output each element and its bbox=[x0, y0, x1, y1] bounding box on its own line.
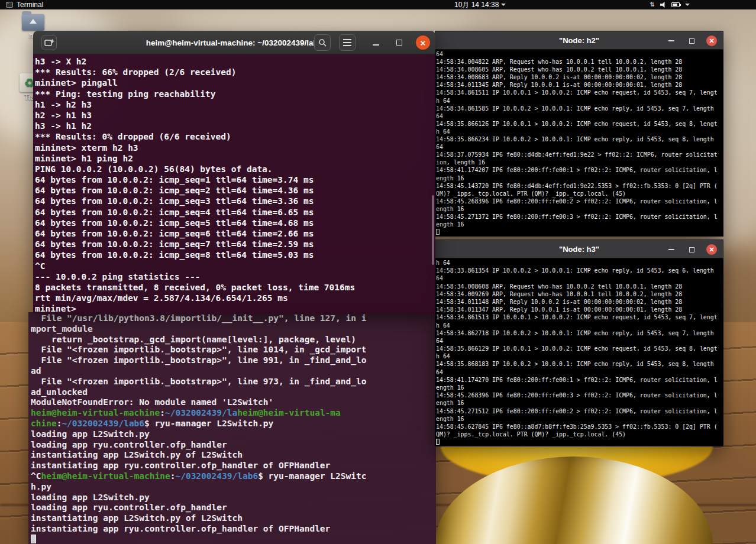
terminal-line: 64 bytes from 10.0.0.2: icmp_seq=6 ttl=6… bbox=[35, 228, 433, 239]
scrollbar-thumb[interactable] bbox=[432, 195, 434, 265]
cursor-block bbox=[436, 229, 440, 235]
terminal-line: *** Results: 0% dropped (6/6 received) bbox=[35, 131, 433, 142]
terminal-line: QM)? _ipps._tcp.local. PTR (QM)? _ipp._t… bbox=[436, 430, 723, 438]
topbar-clock[interactable]: 10月 14 14:38 bbox=[454, 0, 506, 9]
chevron-down-icon bbox=[685, 4, 690, 6]
terminal-line: 64 bbox=[436, 143, 723, 151]
terminal-line: loading app L2Switch.py bbox=[31, 493, 436, 503]
terminal-line: h 64 bbox=[436, 259, 723, 267]
new-tab-button[interactable] bbox=[41, 35, 57, 50]
terminal-line: ^Cheim@heim-virtual-machine:~/032002439/… bbox=[31, 471, 436, 482]
terminal-app-icon bbox=[6, 2, 13, 8]
terminal-line: h.py bbox=[31, 482, 436, 493]
terminal-line: File "<frozen importlib._bootstrap>", li… bbox=[31, 355, 436, 366]
terminal-window-background[interactable]: File "/usr/lib/python3.8/importlib/__ini… bbox=[28, 312, 436, 544]
xterm-h2-title: "Node: h2" bbox=[559, 36, 599, 45]
terminal-line: 64 bbox=[436, 112, 723, 120]
terminal-line: 64 bbox=[436, 274, 723, 282]
cursor-block bbox=[31, 535, 36, 543]
terminal-line: PING 10.0.0.2 (10.0.0.2) 56(84) bytes of… bbox=[35, 164, 433, 174]
terminal-line: h 64 bbox=[436, 128, 723, 135]
text-segment: $ ryu-manager L2Switch.py bbox=[144, 419, 273, 428]
xterm-h2-titlebar[interactable]: "Node: h2" ✕ bbox=[435, 31, 723, 50]
terminal-line: 14:58:34.011347 ARP, Reply 10.0.0.1 is-a… bbox=[436, 306, 723, 313]
terminal-line: ength 16 bbox=[436, 415, 723, 423]
maximize-icon bbox=[396, 40, 402, 46]
terminal-line: 14:58:34.008683 ARP, Reply 10.0.0.2 is-a… bbox=[436, 73, 723, 81]
terminal-line: ength 16 bbox=[436, 384, 723, 391]
home-folder-icon bbox=[22, 14, 44, 31]
terminal-back-body[interactable]: File "/usr/lib/python3.8/importlib/__ini… bbox=[31, 313, 436, 544]
topbar-app-menu[interactable]: Terminal bbox=[6, 0, 43, 9]
terminal-line: instantiating app L2Switch.py of L2Switc… bbox=[31, 513, 436, 524]
terminal-line: ^C bbox=[35, 261, 433, 271]
maximize-icon bbox=[689, 247, 694, 252]
prompt-user-segment: heim@heim-virtual-machine bbox=[31, 408, 160, 417]
text-segment: ^C bbox=[31, 471, 41, 481]
terminal-line: 14:58:34.861513 IP 10.0.0.1 > 10.0.0.2: … bbox=[436, 313, 723, 321]
close-button[interactable]: ✕ bbox=[705, 31, 718, 50]
terminal-line: ad bbox=[31, 366, 436, 377]
terminal-line: *** Ping: testing ping reachability bbox=[35, 89, 433, 99]
terminal-line: return _bootstrap._gcd_import(name[level… bbox=[31, 335, 436, 345]
prompt-user-segment: chine bbox=[31, 419, 57, 428]
terminal-line: h1 -> h2 h3 bbox=[35, 99, 433, 110]
close-icon: × bbox=[421, 38, 426, 47]
terminal-line: 14:58:34.861511 IP 10.0.0.1 > 10.0.0.2: … bbox=[436, 89, 723, 96]
terminal-line: 14:58:35.866234 IP 10.0.0.2 > 10.0.0.1: … bbox=[436, 135, 723, 143]
terminal-line: 64 bytes from 10.0.0.2: icmp_seq=2 ttl=6… bbox=[35, 185, 433, 196]
terminal-line: 64 bytes from 10.0.0.2: icmp_seq=7 ttl=6… bbox=[35, 239, 433, 250]
terminal-line: File "<frozen importlib._bootstrap>", li… bbox=[31, 377, 436, 387]
terminal-main-body[interactable]: h3 -> X h2*** Results: 66% dropped (2/6 … bbox=[33, 54, 435, 313]
minimize-icon bbox=[668, 40, 674, 41]
terminal-line: 14:58:37.075934 IP6 fe80::d4db:4eff:fed1… bbox=[436, 151, 723, 158]
maximize-button[interactable] bbox=[685, 240, 698, 259]
close-button[interactable]: ✕ bbox=[705, 240, 718, 259]
terminal-line: loading app L2Switch.py bbox=[31, 429, 436, 440]
prompt-path-segment: ~/032002439/lab6 bbox=[175, 471, 258, 481]
prompt-path-segment: ~/032002439/la bbox=[165, 408, 237, 417]
maximize-button[interactable] bbox=[685, 31, 698, 50]
terminal-line: 14:58:34.011345 ARP, Reply 10.0.0.1 is-a… bbox=[436, 81, 723, 89]
terminal-line: heim@heim-virtual-machine:~/032002439/la… bbox=[31, 408, 436, 419]
terminal-line: 64 bbox=[436, 337, 723, 345]
terminal-line: File "/usr/lib/python3.8/importlib/__ini… bbox=[31, 313, 436, 324]
prompt-user-segment: heim@heim-virtual-ma bbox=[237, 408, 341, 417]
maximize-icon bbox=[689, 38, 694, 44]
terminal-line: h 64 bbox=[436, 322, 723, 329]
xterm-h3-body[interactable]: h 6414:58:33.861354 IP 10.0.0.2 > 10.0.0… bbox=[435, 258, 723, 446]
minimize-button[interactable] bbox=[369, 35, 383, 50]
minimize-button[interactable] bbox=[665, 240, 678, 259]
terminal-line: mport_module bbox=[31, 324, 436, 335]
topbar-system-status[interactable]: ⇅ bbox=[650, 0, 690, 9]
terminal-line: 64 bytes from 10.0.0.2: icmp_seq=5 ttl=6… bbox=[35, 218, 433, 228]
terminal-line: 64 bytes from 10.0.0.2: icmp_seq=4 ttl=6… bbox=[35, 207, 433, 218]
terminal-line: ength 16 bbox=[436, 205, 723, 213]
maximize-button[interactable] bbox=[392, 35, 406, 50]
minimize-button[interactable] bbox=[665, 31, 678, 50]
close-icon: ✕ bbox=[706, 244, 717, 255]
terminal-main-titlebar[interactable]: heim@heim-virtual-machine: ~/032002439/l… bbox=[33, 31, 435, 54]
terminal-line: h 64 bbox=[436, 97, 723, 105]
terminal-line: 14:58:35.866126 IP 10.0.0.1 > 10.0.0.2: … bbox=[436, 120, 723, 128]
terminal-line: ModuleNotFoundError: No module named 'L2… bbox=[31, 397, 436, 408]
terminal-line: 64 bbox=[436, 50, 723, 58]
hamburger-icon bbox=[343, 42, 351, 43]
terminal-line: mininet> h1 ping h2 bbox=[35, 153, 433, 164]
xterm-h3-titlebar[interactable]: "Node: h3" ✕ bbox=[435, 239, 723, 258]
terminal-line: rtt min/avg/max/mdev = 2.587/4.134/6.654… bbox=[35, 293, 433, 303]
xterm-h2-body[interactable]: 6414:58:34.004822 ARP, Request who-has 1… bbox=[435, 50, 723, 237]
menu-button[interactable] bbox=[339, 34, 356, 51]
terminal-line: ength 16 bbox=[436, 399, 723, 407]
terminal-line bbox=[436, 228, 723, 236]
terminal-line: mininet> pingall bbox=[35, 77, 433, 88]
volume-icon bbox=[660, 2, 666, 8]
chevron-down-icon bbox=[501, 4, 506, 6]
terminal-line: *** Results: 66% dropped (2/6 received) bbox=[35, 67, 433, 77]
terminal-line: 14:58:45.627845 IP6 fe80::a8d7:b8ff:fe3b… bbox=[436, 423, 723, 430]
terminal-line: h3 -> X h2 bbox=[35, 56, 433, 67]
terminal-line: --- 10.0.0.2 ping statistics --- bbox=[35, 271, 433, 282]
search-button[interactable] bbox=[314, 34, 331, 51]
terminal-line: 64 bytes from 10.0.0.2: icmp_seq=1 ttl=6… bbox=[35, 174, 433, 185]
close-button[interactable]: × bbox=[416, 35, 430, 50]
